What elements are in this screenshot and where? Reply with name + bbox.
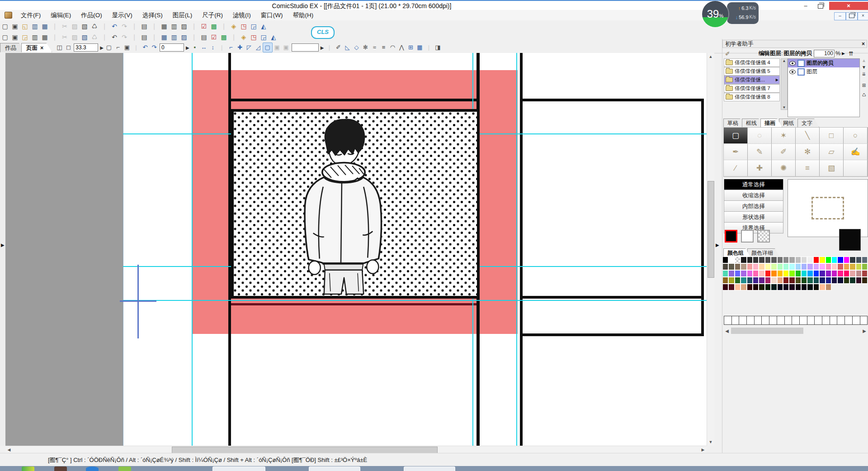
palette-color-cell[interactable]	[765, 284, 771, 290]
toolbar-icon[interactable]: |	[99, 21, 109, 31]
toolbar-icon[interactable]: ↷	[119, 21, 129, 31]
toolbar-icon[interactable]: ◈	[229, 21, 239, 31]
palette-color-cell[interactable]	[735, 284, 741, 290]
transparent-color-swatch[interactable]	[757, 230, 770, 243]
menu-item[interactable]: 图层(L)	[168, 10, 198, 20]
toolbar-icon[interactable]: ◳	[239, 21, 249, 31]
palette-color-cell[interactable]	[759, 277, 764, 284]
pagebar-icon[interactable]: ✻	[361, 43, 370, 52]
palette-color-cell[interactable]	[801, 284, 807, 290]
pagebar-icon[interactable]: ◇	[352, 43, 361, 52]
pagebar-icon[interactable]: ≈	[370, 43, 379, 52]
toolbar-icon[interactable]: |	[149, 32, 159, 42]
palette-color-cell[interactable]	[771, 284, 777, 290]
tool-category-tab[interactable]: 草稿	[723, 119, 745, 127]
pagebar-icon[interactable]: ⋀	[397, 43, 406, 52]
toolbar-icon[interactable]: ◲	[20, 32, 30, 42]
pagebar-icon[interactable]: ▢	[104, 43, 113, 52]
toolbar-icon[interactable]: ◭	[269, 32, 278, 42]
option-dropdown-arrow[interactable]: ▶	[320, 45, 325, 50]
palette-color-cell[interactable]	[837, 270, 843, 277]
palette-color-cell[interactable]	[783, 270, 789, 277]
layer-item[interactable]: 图层	[788, 67, 859, 76]
palette-color-cell[interactable]	[771, 263, 777, 270]
palette-color-cell[interactable]	[783, 263, 789, 270]
toolbar-icon[interactable]: ▦	[40, 32, 50, 42]
right-panel-expand-arrow[interactable]: ▶	[716, 243, 719, 247]
scroll-up-icon[interactable]: ▲	[783, 59, 786, 63]
tool-category-tab[interactable]: 框线	[742, 119, 764, 127]
menu-item[interactable]: 帮助(H)	[288, 10, 318, 20]
layer-thumbnail[interactable]	[797, 60, 805, 67]
menu-item[interactable]: 尺子(R)	[197, 10, 228, 20]
menu-item[interactable]: 滤镜(I)	[228, 10, 256, 20]
menu-item[interactable]: 选择(S)	[137, 10, 168, 20]
pagebar-icon[interactable]: ≡	[379, 43, 388, 52]
tool-button[interactable]: ✻	[796, 144, 820, 160]
palette-color-cell[interactable]	[777, 263, 783, 270]
new-layer-icon[interactable]: ⊞	[862, 83, 866, 88]
tool-button[interactable]: ✶	[772, 128, 796, 144]
palette-color-cell[interactable]	[849, 257, 855, 263]
tool-button[interactable]: ▱	[820, 144, 844, 160]
palette-color-cell[interactable]	[862, 257, 868, 263]
palette-color-cell[interactable]	[849, 277, 855, 284]
palette-color-cell[interactable]	[813, 263, 819, 270]
palette-color-cell[interactable]	[735, 277, 741, 284]
palette-color-cell[interactable]	[753, 277, 759, 284]
background-color-swatch[interactable]	[741, 230, 754, 243]
palette-color-cell[interactable]	[807, 284, 813, 290]
palette-color-cell[interactable]	[789, 270, 795, 277]
palette-color-cell[interactable]	[735, 270, 741, 277]
pagebar-icon[interactable]: ◫	[55, 43, 64, 52]
opacity-dropdown-arrow[interactable]: ▶	[842, 51, 845, 56]
layer-item[interactable]: 图层的拷贝	[788, 59, 859, 67]
toolbar-icon[interactable]: ▦	[159, 21, 169, 31]
palette-color-cell[interactable]	[753, 284, 759, 290]
palette-scroll-thumb[interactable]	[731, 328, 803, 334]
palette-color-cell[interactable]	[722, 257, 728, 263]
palette-color-cell[interactable]	[753, 257, 759, 263]
toolbar-icon[interactable]: ◳	[249, 32, 259, 42]
horizontal-scroll-thumb[interactable]	[172, 447, 438, 453]
tab-close-icon[interactable]: ×	[40, 45, 43, 51]
palette-color-cell[interactable]	[813, 257, 819, 263]
palette-color-cell[interactable]	[777, 277, 783, 284]
selection-mode-item[interactable]: 通常选择	[724, 179, 783, 190]
toolbar-icon[interactable]: ▨	[70, 21, 80, 31]
palette-color-cell[interactable]	[826, 263, 831, 270]
palette-color-cell[interactable]	[728, 284, 734, 290]
palette-color-cell[interactable]	[795, 277, 801, 284]
scroll-down-icon[interactable]: ▼	[783, 105, 786, 109]
palette-color-cell[interactable]	[753, 270, 759, 277]
scroll-right-button[interactable]: ▶	[699, 446, 707, 453]
palette-color-cell[interactable]	[844, 277, 849, 284]
tool-button[interactable]: ✍	[844, 144, 868, 160]
palette-color-cell[interactable]	[819, 277, 825, 284]
palette-color-cell[interactable]	[795, 270, 801, 277]
palette-color-cell[interactable]	[856, 263, 862, 270]
palette-color-cell[interactable]	[789, 277, 795, 284]
palette-color-cell[interactable]	[813, 270, 819, 277]
toolbar-icon[interactable]: ▧	[80, 21, 90, 31]
toolbar-icon[interactable]: ▨	[70, 32, 80, 42]
palette-color-cell[interactable]	[747, 277, 753, 284]
selection-mode-item[interactable]: 收缩选择	[724, 190, 783, 201]
pagebar-icon[interactable]: ◸	[245, 43, 254, 52]
palette-color-cell[interactable]	[783, 277, 789, 284]
frame-folder-item[interactable]: 僐償儅僅儢儀 7	[724, 84, 780, 93]
tool-button[interactable]: □	[820, 128, 844, 144]
scroll-left-button[interactable]: ◀	[5, 446, 13, 453]
visibility-eye-icon[interactable]	[789, 70, 796, 74]
memory-percent-badge[interactable]: 39%	[702, 1, 728, 27]
toolbar-icon[interactable]: ☑	[199, 21, 209, 31]
palette-scroll-right-icon[interactable]: ▶	[861, 328, 868, 333]
toolbar-icon[interactable]: ▢	[0, 32, 10, 42]
scroll-down-button[interactable]: ▼	[707, 438, 714, 446]
move-layer-down-icon[interactable]: ▼	[862, 65, 866, 70]
palette-color-cell[interactable]	[783, 284, 789, 290]
pagebar-icon[interactable]: ▪	[190, 43, 199, 52]
tool-button[interactable]: ≡	[796, 160, 820, 176]
palette-color-cell[interactable]	[807, 270, 813, 277]
toolbar-icon[interactable]: ◭	[259, 21, 269, 31]
